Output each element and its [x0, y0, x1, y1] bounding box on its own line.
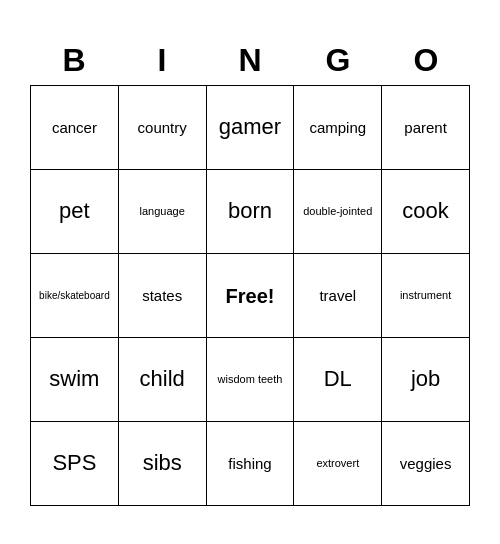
- cell-text: sibs: [143, 450, 182, 476]
- bingo-grid: cancercountrygamercampingparentpetlangua…: [30, 85, 470, 506]
- cell-text: language: [140, 205, 185, 218]
- cell-text: parent: [404, 119, 447, 137]
- cell-text: double-jointed: [303, 205, 372, 218]
- header-letter: B: [30, 38, 118, 83]
- bingo-header: BINGO: [30, 38, 470, 83]
- bingo-cell: double-jointed: [294, 170, 382, 254]
- bingo-cell: language: [119, 170, 207, 254]
- bingo-cell: swim: [31, 338, 119, 422]
- bingo-cell: cancer: [31, 86, 119, 170]
- cell-text: cancer: [52, 119, 97, 137]
- bingo-cell: instrument: [382, 254, 470, 338]
- bingo-cell: SPS: [31, 422, 119, 506]
- bingo-cell: job: [382, 338, 470, 422]
- cell-text: DL: [324, 366, 352, 392]
- cell-text: veggies: [400, 455, 452, 473]
- header-letter: N: [206, 38, 294, 83]
- cell-text: SPS: [52, 450, 96, 476]
- bingo-card: BINGO cancercountrygamercampingparentpet…: [20, 28, 480, 516]
- cell-text: travel: [319, 287, 356, 305]
- bingo-cell: sibs: [119, 422, 207, 506]
- bingo-cell: parent: [382, 86, 470, 170]
- cell-text: instrument: [400, 289, 451, 302]
- bingo-cell: country: [119, 86, 207, 170]
- cell-text: fishing: [228, 455, 271, 473]
- cell-text: child: [140, 366, 185, 392]
- cell-text: gamer: [219, 114, 281, 140]
- cell-text: job: [411, 366, 440, 392]
- bingo-cell: camping: [294, 86, 382, 170]
- bingo-cell: pet: [31, 170, 119, 254]
- bingo-cell: veggies: [382, 422, 470, 506]
- bingo-cell: Free!: [207, 254, 295, 338]
- cell-text: cook: [402, 198, 448, 224]
- header-letter: I: [118, 38, 206, 83]
- bingo-cell: cook: [382, 170, 470, 254]
- cell-text: pet: [59, 198, 90, 224]
- cell-text: camping: [309, 119, 366, 137]
- bingo-cell: fishing: [207, 422, 295, 506]
- bingo-cell: wisdom teeth: [207, 338, 295, 422]
- bingo-cell: born: [207, 170, 295, 254]
- bingo-cell: extrovert: [294, 422, 382, 506]
- bingo-cell: child: [119, 338, 207, 422]
- cell-text: extrovert: [316, 457, 359, 470]
- header-letter: O: [382, 38, 470, 83]
- cell-text: wisdom teeth: [218, 373, 283, 386]
- cell-text: bike/skateboard: [39, 290, 110, 302]
- bingo-cell: travel: [294, 254, 382, 338]
- bingo-cell: gamer: [207, 86, 295, 170]
- cell-text: Free!: [226, 284, 275, 308]
- bingo-cell: DL: [294, 338, 382, 422]
- header-letter: G: [294, 38, 382, 83]
- bingo-cell: bike/skateboard: [31, 254, 119, 338]
- cell-text: country: [138, 119, 187, 137]
- cell-text: states: [142, 287, 182, 305]
- cell-text: born: [228, 198, 272, 224]
- bingo-cell: states: [119, 254, 207, 338]
- cell-text: swim: [49, 366, 99, 392]
